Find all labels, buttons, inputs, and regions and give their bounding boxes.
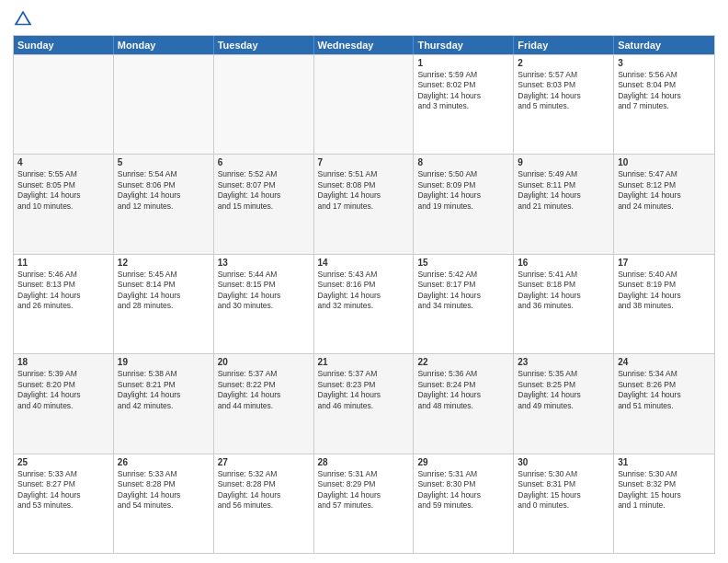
day-number: 2: [518, 58, 609, 68]
day-number: 9: [518, 157, 609, 167]
cal-week-1: 1Sunrise: 5:59 AM Sunset: 8:02 PM Daylig…: [14, 54, 714, 154]
day-number: 27: [218, 457, 310, 467]
cell-info: Sunrise: 5:52 AM Sunset: 8:07 PM Dayligh…: [218, 169, 310, 212]
cal-cell: 20Sunrise: 5:37 AM Sunset: 8:22 PM Dayli…: [214, 354, 314, 453]
day-number: 8: [417, 157, 509, 167]
cell-info: Sunrise: 5:44 AM Sunset: 8:15 PM Dayligh…: [218, 270, 310, 312]
day-number: 31: [618, 457, 711, 467]
cal-cell: 26Sunrise: 5:33 AM Sunset: 8:28 PM Dayli…: [114, 454, 214, 553]
cal-header-monday: Monday: [114, 36, 214, 54]
cell-info: Sunrise: 5:49 AM Sunset: 8:11 PM Dayligh…: [518, 169, 609, 212]
cal-cell: 10Sunrise: 5:47 AM Sunset: 8:12 PM Dayli…: [614, 155, 714, 253]
page: SundayMondayTuesdayWednesdayThursdayFrid…: [0, 0, 728, 563]
cal-cell: 18Sunrise: 5:39 AM Sunset: 8:20 PM Dayli…: [14, 354, 114, 453]
calendar-header: SundayMondayTuesdayWednesdayThursdayFrid…: [14, 36, 714, 54]
cal-cell: 5Sunrise: 5:54 AM Sunset: 8:06 PM Daylig…: [114, 155, 214, 253]
day-number: 23: [518, 357, 609, 367]
cal-cell: [14, 55, 114, 154]
cal-header-saturday: Saturday: [614, 36, 714, 54]
day-number: 12: [118, 258, 210, 268]
cal-cell: 27Sunrise: 5:32 AM Sunset: 8:28 PM Dayli…: [214, 454, 314, 553]
cell-info: Sunrise: 5:41 AM Sunset: 8:18 PM Dayligh…: [518, 270, 609, 312]
cell-info: Sunrise: 5:51 AM Sunset: 8:08 PM Dayligh…: [318, 169, 410, 212]
cal-cell: [314, 55, 415, 154]
cell-info: Sunrise: 5:32 AM Sunset: 8:28 PM Dayligh…: [218, 469, 310, 511]
day-number: 7: [318, 157, 410, 167]
day-number: 21: [318, 357, 410, 367]
cal-cell: 16Sunrise: 5:41 AM Sunset: 8:18 PM Dayli…: [514, 255, 614, 353]
cal-cell: 28Sunrise: 5:31 AM Sunset: 8:29 PM Dayli…: [314, 454, 415, 553]
day-number: 4: [17, 157, 109, 167]
cal-header-sunday: Sunday: [14, 36, 114, 54]
cell-info: Sunrise: 5:30 AM Sunset: 8:32 PM Dayligh…: [618, 469, 711, 511]
cal-header-friday: Friday: [514, 36, 614, 54]
cell-info: Sunrise: 5:57 AM Sunset: 8:03 PM Dayligh…: [518, 70, 609, 112]
day-number: 18: [17, 357, 109, 367]
cell-info: Sunrise: 5:40 AM Sunset: 8:19 PM Dayligh…: [618, 270, 711, 312]
day-number: 3: [618, 58, 711, 68]
day-number: 14: [318, 258, 410, 268]
cell-info: Sunrise: 5:42 AM Sunset: 8:17 PM Dayligh…: [417, 270, 509, 312]
day-number: 28: [318, 457, 410, 467]
day-number: 29: [417, 457, 509, 467]
cell-info: Sunrise: 5:46 AM Sunset: 8:13 PM Dayligh…: [17, 270, 109, 312]
day-number: 20: [218, 357, 310, 367]
cell-info: Sunrise: 5:37 AM Sunset: 8:22 PM Dayligh…: [218, 369, 310, 411]
cal-cell: 31Sunrise: 5:30 AM Sunset: 8:32 PM Dayli…: [614, 454, 714, 553]
cell-info: Sunrise: 5:31 AM Sunset: 8:29 PM Dayligh…: [318, 469, 410, 511]
cell-info: Sunrise: 5:59 AM Sunset: 8:02 PM Dayligh…: [417, 70, 509, 112]
day-number: 22: [417, 357, 509, 367]
cal-cell: 8Sunrise: 5:50 AM Sunset: 8:09 PM Daylig…: [414, 155, 514, 253]
cell-info: Sunrise: 5:30 AM Sunset: 8:31 PM Dayligh…: [518, 469, 609, 511]
logo-icon: [13, 9, 33, 29]
cal-cell: 9Sunrise: 5:49 AM Sunset: 8:11 PM Daylig…: [514, 155, 614, 253]
day-number: 17: [618, 258, 711, 268]
cell-info: Sunrise: 5:55 AM Sunset: 8:05 PM Dayligh…: [17, 169, 109, 212]
cal-cell: 12Sunrise: 5:45 AM Sunset: 8:14 PM Dayli…: [114, 255, 214, 353]
cal-cell: 3Sunrise: 5:56 AM Sunset: 8:04 PM Daylig…: [614, 55, 714, 154]
cal-header-thursday: Thursday: [414, 36, 514, 54]
cell-info: Sunrise: 5:56 AM Sunset: 8:04 PM Dayligh…: [618, 70, 711, 112]
day-number: 11: [17, 258, 109, 268]
cal-cell: 19Sunrise: 5:38 AM Sunset: 8:21 PM Dayli…: [114, 354, 214, 453]
calendar: SundayMondayTuesdayWednesdayThursdayFrid…: [13, 35, 715, 554]
day-number: 26: [118, 457, 210, 467]
cal-header-tuesday: Tuesday: [214, 36, 314, 54]
cell-info: Sunrise: 5:47 AM Sunset: 8:12 PM Dayligh…: [618, 169, 711, 212]
cal-cell: 24Sunrise: 5:34 AM Sunset: 8:26 PM Dayli…: [614, 354, 714, 453]
cell-info: Sunrise: 5:33 AM Sunset: 8:27 PM Dayligh…: [17, 469, 109, 511]
cell-info: Sunrise: 5:31 AM Sunset: 8:30 PM Dayligh…: [417, 469, 509, 511]
cal-cell: [114, 55, 214, 154]
day-number: 15: [417, 258, 509, 268]
cal-cell: 14Sunrise: 5:43 AM Sunset: 8:16 PM Dayli…: [314, 255, 415, 353]
header: [13, 9, 715, 29]
day-number: 6: [218, 157, 310, 167]
cell-info: Sunrise: 5:54 AM Sunset: 8:06 PM Dayligh…: [118, 169, 210, 212]
cal-cell: [214, 55, 314, 154]
cal-cell: 21Sunrise: 5:37 AM Sunset: 8:23 PM Dayli…: [314, 354, 415, 453]
cal-cell: 17Sunrise: 5:40 AM Sunset: 8:19 PM Dayli…: [614, 255, 714, 353]
cal-cell: 2Sunrise: 5:57 AM Sunset: 8:03 PM Daylig…: [514, 55, 614, 154]
calendar-body: 1Sunrise: 5:59 AM Sunset: 8:02 PM Daylig…: [14, 54, 714, 553]
cal-cell: 30Sunrise: 5:30 AM Sunset: 8:31 PM Dayli…: [514, 454, 614, 553]
day-number: 16: [518, 258, 609, 268]
cal-header-wednesday: Wednesday: [314, 36, 415, 54]
cell-info: Sunrise: 5:43 AM Sunset: 8:16 PM Dayligh…: [318, 270, 410, 312]
cell-info: Sunrise: 5:36 AM Sunset: 8:24 PM Dayligh…: [417, 369, 509, 411]
cell-info: Sunrise: 5:50 AM Sunset: 8:09 PM Dayligh…: [417, 169, 509, 212]
cell-info: Sunrise: 5:34 AM Sunset: 8:26 PM Dayligh…: [618, 369, 711, 411]
day-number: 30: [518, 457, 609, 467]
cal-cell: 4Sunrise: 5:55 AM Sunset: 8:05 PM Daylig…: [14, 155, 114, 253]
cal-cell: 22Sunrise: 5:36 AM Sunset: 8:24 PM Dayli…: [414, 354, 514, 453]
cell-info: Sunrise: 5:38 AM Sunset: 8:21 PM Dayligh…: [118, 369, 210, 411]
cal-cell: 23Sunrise: 5:35 AM Sunset: 8:25 PM Dayli…: [514, 354, 614, 453]
day-number: 13: [218, 258, 310, 268]
day-number: 24: [618, 357, 711, 367]
cal-cell: 6Sunrise: 5:52 AM Sunset: 8:07 PM Daylig…: [214, 155, 314, 253]
day-number: 5: [118, 157, 210, 167]
cal-week-3: 11Sunrise: 5:46 AM Sunset: 8:13 PM Dayli…: [14, 254, 714, 353]
cell-info: Sunrise: 5:33 AM Sunset: 8:28 PM Dayligh…: [118, 469, 210, 511]
cell-info: Sunrise: 5:45 AM Sunset: 8:14 PM Dayligh…: [118, 270, 210, 312]
cell-info: Sunrise: 5:39 AM Sunset: 8:20 PM Dayligh…: [17, 369, 109, 411]
cell-info: Sunrise: 5:35 AM Sunset: 8:25 PM Dayligh…: [518, 369, 609, 411]
